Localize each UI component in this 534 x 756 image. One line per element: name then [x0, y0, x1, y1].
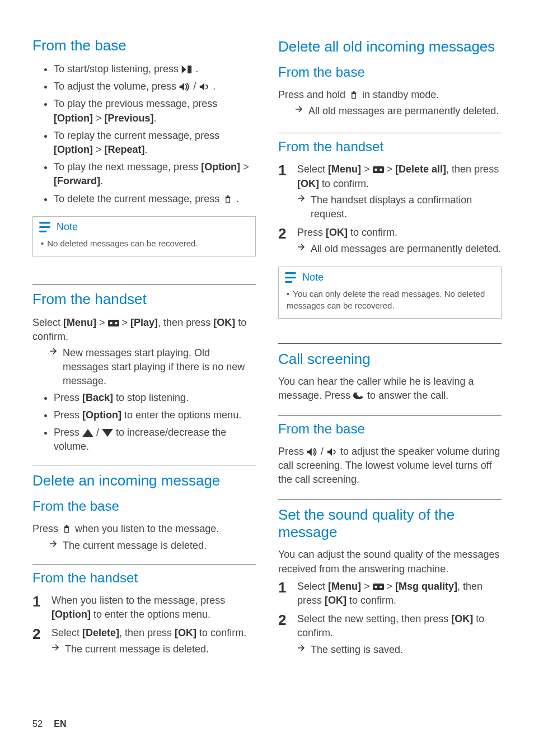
text: to enter the options menu.	[121, 409, 241, 421]
result-arrow-icon	[49, 540, 57, 547]
text: Select the new setting, then press	[297, 613, 451, 624]
bold-text: [Msg quality]	[395, 581, 457, 592]
step-item: 2 Press [OK] to confirm. All old message…	[278, 226, 502, 256]
paragraph: You can hear the caller while he is leav…	[278, 375, 502, 403]
subheading-from-the-handset: From the handset	[278, 137, 502, 155]
note-box: Note •No deleted messages can be recover…	[32, 216, 256, 256]
step-body: Select [Menu] > > [Msg quality], then pr…	[297, 580, 502, 608]
volume-down-icon	[199, 83, 210, 91]
subheading-from-the-base: From the base	[278, 419, 502, 437]
text: >	[361, 581, 373, 592]
text: , then press	[446, 164, 499, 175]
trash-icon	[61, 525, 72, 533]
text: To delete the current message, press	[54, 193, 222, 204]
result-text: The setting is saved.	[311, 643, 403, 657]
bold-text: [Option]	[201, 161, 240, 172]
text: in standby mode.	[362, 89, 439, 100]
tape-icon	[373, 583, 384, 591]
volume-up-icon	[179, 83, 190, 91]
step-item: 2 Select the new setting, then press [OK…	[278, 612, 502, 657]
text: Select	[297, 581, 328, 592]
result-arrow-icon	[297, 195, 305, 202]
list-item: To adjust the volume, press / .	[54, 80, 256, 94]
numbered-steps: 1 When you listen to the message, press …	[32, 594, 256, 657]
text: >	[361, 164, 373, 175]
text: .	[236, 193, 239, 204]
result-line: The setting is saved.	[297, 643, 502, 657]
text: Press	[297, 227, 326, 238]
result-text: All old messages are permanently deleted…	[311, 242, 501, 256]
bold-text: [Option]	[82, 409, 121, 421]
text: Press	[54, 392, 82, 403]
note-body: •No deleted messages can be recovered.	[33, 233, 255, 256]
text: Press and hold	[278, 89, 348, 100]
bold-text: [Option]	[54, 113, 93, 124]
text: , then press	[158, 317, 213, 328]
bullet-dot: •	[41, 239, 44, 248]
list-item: Press [Back] to stop listening.	[54, 391, 256, 405]
numbered-steps: 1 Select [Menu] > > [Msg quality], then …	[278, 580, 502, 657]
bold-text: [Delete]	[82, 627, 119, 638]
text: Select	[32, 317, 63, 328]
bold-text: [Menu]	[328, 164, 361, 175]
numbered-steps: 1 Select [Menu] > > [Delete all], then p…	[278, 162, 502, 256]
result-arrow-icon	[49, 348, 57, 354]
list-item: To play the next message, press [Option]…	[54, 160, 256, 188]
step-item: 1 When you listen to the message, press …	[32, 594, 256, 622]
text: Press	[54, 409, 82, 421]
step-body: Select [Delete], then press [OK] to conf…	[51, 626, 256, 656]
result-text: The handset displays a confirmation requ…	[311, 193, 502, 221]
bold-text: [Menu]	[63, 317, 96, 328]
text: to enter the options menu.	[91, 609, 210, 620]
note-box: Note •You can only delete the read messa…	[278, 267, 502, 319]
text: >	[122, 317, 131, 328]
step-item: 2 Select [Delete], then press [OK] to co…	[32, 626, 256, 656]
text: To replay the current message, press	[54, 130, 219, 141]
note-text: You can only delete the read messages. N…	[287, 289, 485, 310]
play-stop-icon	[181, 66, 193, 73]
step-body: Select [Menu] > > [Delete all], then pre…	[297, 162, 502, 221]
note-icon	[39, 221, 51, 232]
trash-icon	[222, 195, 233, 203]
two-column-layout: From the base To start/stop listening, p…	[32, 35, 502, 662]
list-item: To play the previous message, press [Opt…	[54, 97, 256, 125]
text: /	[321, 446, 326, 457]
text: Select	[51, 627, 82, 638]
step-item: 1 Select [Menu] > > [Msg quality], then …	[278, 580, 502, 608]
bold-text: [Option]	[51, 609, 91, 620]
bold-text: [Menu]	[328, 581, 361, 592]
subheading-from-the-handset: From the handset	[32, 568, 256, 586]
trash-icon	[348, 91, 359, 99]
bullet-list: Press [Back] to stop listening. Press [O…	[32, 391, 256, 454]
text: to stop listening.	[113, 392, 189, 403]
list-item: Press / to increase/decrease the volume.	[54, 426, 256, 454]
text: .	[154, 113, 157, 124]
subheading-from-the-base: From the base	[278, 62, 502, 80]
paragraph: You can adjust the sound quality of the …	[278, 548, 502, 576]
text: Press	[278, 446, 307, 457]
note-body: •You can only delete the read messages. …	[279, 283, 501, 318]
step-number: 1	[278, 162, 297, 221]
bold-text: [Repeat]	[105, 144, 145, 155]
text: When you listen to the message, press	[51, 595, 225, 606]
paragraph: Press when you listen to the message.	[32, 522, 256, 536]
text: to confirm.	[348, 227, 397, 238]
heading-from-the-base: From the base	[32, 35, 256, 54]
text: >	[99, 317, 108, 328]
bullet-list: To start/stop listening, press . To adju…	[32, 62, 256, 206]
text: >	[384, 164, 396, 175]
divider	[278, 499, 502, 503]
note-text: No deleted messages can be recovered.	[47, 239, 198, 248]
heading-from-the-handset: From the handset	[32, 288, 256, 308]
list-item: To start/stop listening, press .	[54, 62, 256, 76]
left-column: From the base To start/stop listening, p…	[32, 35, 256, 662]
divider	[32, 564, 256, 568]
result-arrow-icon	[295, 106, 303, 113]
note-header: Note	[33, 217, 255, 233]
heading-call-screening: Call screening	[278, 347, 502, 368]
divider	[278, 415, 502, 419]
result-arrow-icon	[51, 644, 59, 651]
result-text: New messages start playing. Old messages…	[63, 346, 256, 389]
result-line: New messages start playing. Old messages…	[49, 346, 256, 389]
call-icon	[353, 392, 364, 400]
